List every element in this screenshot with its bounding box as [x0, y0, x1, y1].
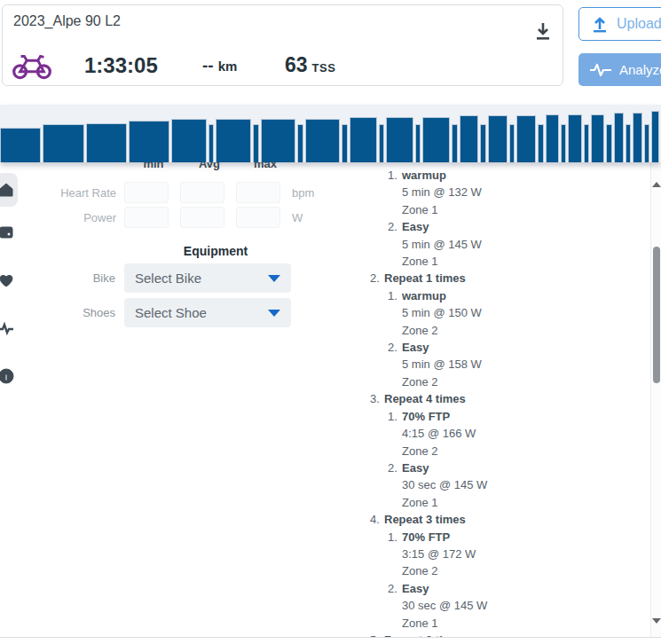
structure-item-detail: Zone 1: [355, 615, 630, 632]
heart-rate-min-input[interactable]: [124, 182, 169, 203]
structure-item-number: 1.: [388, 167, 402, 184]
structure-item: 3.Repeat 4 times: [355, 390, 630, 407]
chart-bar: [342, 124, 347, 162]
col-min: min: [131, 162, 176, 170]
download-icon: [534, 22, 552, 42]
bike-select[interactable]: Select Bike: [124, 263, 291, 293]
analyze-label: Analyze: [619, 62, 661, 77]
details-panel: min Avg max Heart Rate bpm Power W Equip…: [0, 162, 661, 638]
shoes-equip-row: Shoes Select Shoe: [0, 298, 364, 327]
chart-bar: [86, 123, 127, 162]
chart-bar: [297, 124, 303, 162]
tss-value: 63: [285, 53, 308, 76]
heart-rate-max-input[interactable]: [236, 182, 280, 203]
tss-stat: 63TSS: [285, 53, 335, 77]
heart-rate-avg-input[interactable]: [180, 182, 224, 203]
chart-bar: [209, 124, 214, 162]
heart-rate-row: Heart Rate bpm: [0, 182, 364, 203]
structure-item-detail: 30 sec @ 145 W: [355, 476, 630, 493]
structure-item: 2.Repeat 1 times: [355, 270, 630, 287]
structure-item-number: 2.: [388, 218, 402, 235]
workout-profile-chart-bars: [0, 105, 661, 162]
chart-bar: [452, 124, 457, 162]
structure-item-name: Easy: [402, 220, 429, 233]
structure-item-number: 2.: [388, 459, 402, 476]
workout-stats-row: 1:33:05 --km 63TSS: [3, 48, 563, 83]
duration-value: 1:33:05: [84, 53, 158, 78]
chart-bar: [0, 128, 41, 162]
chart-bar: [568, 114, 581, 162]
structure-item-name: Easy: [402, 582, 429, 595]
upload-icon: [592, 15, 608, 33]
power-avg-input[interactable]: [180, 207, 224, 228]
bike-label: Bike: [0, 271, 124, 285]
structure-item-detail: 5 min @ 132 W: [355, 184, 630, 200]
scrollbar-thumb[interactable]: [653, 247, 660, 383]
structure-item-number: 4.: [370, 511, 384, 528]
power-min-input[interactable]: [124, 207, 169, 228]
workout-structure-list: 1.warmup5 min @ 132 WZone 12.Easy5 min @…: [355, 167, 630, 638]
chart-bar: [350, 117, 377, 162]
chart-bar: [379, 124, 384, 162]
bike-icon: [12, 51, 52, 80]
chevron-down-icon: [268, 310, 280, 317]
scroll-up-arrow[interactable]: [652, 180, 661, 189]
structure-item-detail: Zone 1: [355, 201, 630, 218]
power-label: Power: [0, 211, 124, 224]
structure-item-number: 2.: [388, 339, 402, 356]
structure-item: 2.Easy: [355, 580, 630, 597]
structure-item-detail: 5 min @ 150 W: [355, 304, 630, 321]
structure-item: 5.Repeat 3 times: [355, 632, 630, 638]
distance-unit: km: [218, 59, 238, 74]
shoes-select[interactable]: Select Shoe: [124, 298, 291, 327]
chart-bar: [546, 114, 559, 162]
structure-item-number: 1.: [388, 408, 402, 425]
chart-bar: [651, 111, 659, 162]
analyze-button[interactable]: Analyze: [578, 53, 661, 86]
workout-header-card: 2023_Alpe 90 L2 1:33:05 --km 63TSS: [2, 4, 563, 86]
structure-item-detail: 30 sec @ 145 W: [355, 597, 630, 614]
structure-item: 2.Easy: [355, 339, 630, 356]
structure-item-number: 2.: [388, 580, 402, 597]
structure-item-name: Repeat 4 times: [384, 392, 466, 405]
shoes-label: Shoes: [0, 306, 124, 319]
col-max: max: [243, 162, 287, 170]
structure-item: 2.Easy: [355, 218, 630, 235]
upload-button[interactable]: Upload: [578, 7, 661, 41]
chart-bar: [509, 124, 515, 162]
power-unit: W: [292, 211, 303, 224]
chart-bar: [633, 113, 642, 162]
structure-item-number: 1.: [388, 287, 402, 304]
power-max-input[interactable]: [236, 207, 280, 228]
workout-quick-view: 2023_Alpe 90 L2 1:33:05 --km 63TSS: [0, 0, 661, 644]
structure-item-name: 70% FTP: [402, 410, 450, 423]
chart-bar: [460, 115, 479, 162]
bike-equip-row: Bike Select Bike: [0, 263, 364, 293]
chart-bar: [305, 119, 341, 162]
structure-item: 4.Repeat 3 times: [355, 511, 630, 528]
chart-bar: [480, 124, 485, 162]
col-avg: Avg: [187, 162, 232, 170]
structure-item-name: warmup: [402, 169, 446, 182]
tab-info[interactable]: [0, 359, 18, 393]
chart-bar: [591, 114, 604, 162]
structure-item-detail: Zone 1: [355, 253, 630, 270]
scroll-down-arrow[interactable]: [652, 617, 661, 625]
structure-item-detail: Zone 2: [355, 373, 630, 390]
structure-item-name: warmup: [402, 289, 446, 302]
download-button[interactable]: [531, 21, 555, 44]
chart-bar: [626, 124, 631, 162]
structure-item-number: 1.: [388, 529, 402, 546]
vertical-scrollbar[interactable]: [650, 162, 661, 638]
chart-bar: [253, 124, 258, 162]
structure-item-name: Repeat 3 times: [384, 513, 466, 526]
structure-item: 2.Easy: [355, 459, 630, 476]
structure-item-detail: 4:15 @ 166 W: [355, 425, 630, 442]
shoes-select-value: Select Shoe: [135, 305, 268, 320]
structure-item: 1.70% FTP: [355, 529, 630, 546]
chart-bar: [488, 115, 508, 162]
structure-item-detail: Zone 2: [355, 322, 630, 339]
structure-item-number: 3.: [370, 390, 384, 407]
structure-item-detail: Zone 1: [355, 494, 630, 511]
distance-value: --: [202, 56, 214, 75]
